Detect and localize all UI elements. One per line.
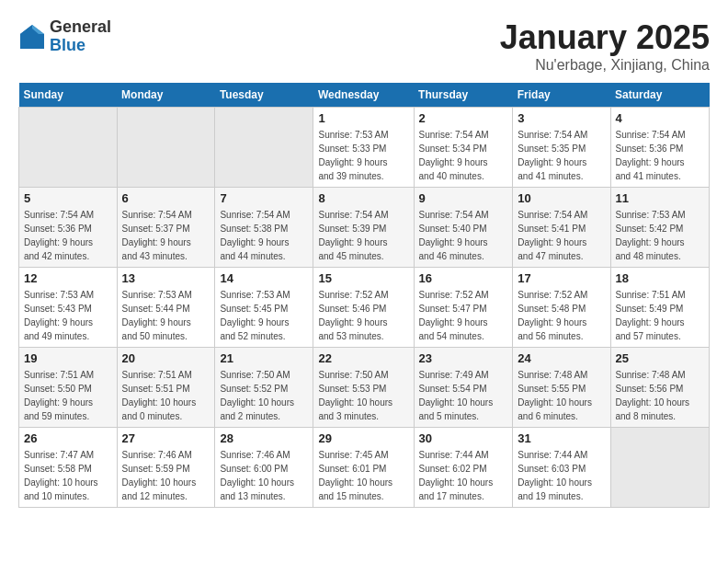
day-number: 11 [616, 191, 705, 205]
day-info: Sunrise: 7:54 AM Sunset: 5:40 PM Dayligh… [419, 208, 508, 263]
day-info: Sunrise: 7:46 AM Sunset: 5:59 PM Dayligh… [122, 448, 210, 503]
calendar-cell [19, 108, 118, 188]
day-info: Sunrise: 7:52 AM Sunset: 5:46 PM Dayligh… [318, 288, 408, 343]
day-info: Sunrise: 7:54 AM Sunset: 5:36 PM Dayligh… [24, 208, 112, 263]
day-number: 26 [24, 431, 112, 445]
day-number: 12 [24, 271, 112, 285]
day-info: Sunrise: 7:51 AM Sunset: 5:51 PM Dayligh… [122, 368, 210, 423]
day-number: 6 [122, 191, 210, 205]
day-info: Sunrise: 7:52 AM Sunset: 5:48 PM Dayligh… [518, 288, 605, 343]
day-info: Sunrise: 7:44 AM Sunset: 6:02 PM Dayligh… [419, 448, 508, 503]
calendar-cell [117, 108, 215, 188]
calendar-week-2: 5Sunrise: 7:54 AM Sunset: 5:36 PM Daylig… [19, 188, 710, 268]
calendar-cell: 5Sunrise: 7:54 AM Sunset: 5:36 PM Daylig… [19, 188, 118, 268]
day-info: Sunrise: 7:46 AM Sunset: 6:00 PM Dayligh… [220, 448, 308, 503]
calendar-cell: 7Sunrise: 7:54 AM Sunset: 5:38 PM Daylig… [215, 188, 313, 268]
calendar-cell: 22Sunrise: 7:50 AM Sunset: 5:53 PM Dayli… [313, 348, 414, 428]
day-number: 8 [318, 191, 408, 205]
day-number: 1 [318, 111, 408, 125]
calendar-cell: 27Sunrise: 7:46 AM Sunset: 5:59 PM Dayli… [117, 428, 215, 508]
day-number: 24 [518, 351, 605, 365]
header-thursday: Thursday [414, 83, 513, 108]
day-number: 27 [122, 431, 210, 445]
day-number: 5 [24, 191, 112, 205]
title-block: January 2025 Nu'erbage, Xinjiang, China [500, 18, 710, 74]
day-info: Sunrise: 7:54 AM Sunset: 5:36 PM Dayligh… [616, 128, 705, 183]
calendar-table: Sunday Monday Tuesday Wednesday Thursday… [18, 83, 710, 508]
day-info: Sunrise: 7:50 AM Sunset: 5:53 PM Dayligh… [318, 368, 408, 423]
day-info: Sunrise: 7:51 AM Sunset: 5:50 PM Dayligh… [24, 368, 112, 423]
calendar-cell: 23Sunrise: 7:49 AM Sunset: 5:54 PM Dayli… [414, 348, 513, 428]
calendar-cell: 2Sunrise: 7:54 AM Sunset: 5:34 PM Daylig… [414, 108, 513, 188]
calendar-week-5: 26Sunrise: 7:47 AM Sunset: 5:58 PM Dayli… [19, 428, 710, 508]
logo-icon [18, 23, 46, 51]
logo-text: General Blue [50, 18, 111, 55]
calendar-cell: 11Sunrise: 7:53 AM Sunset: 5:42 PM Dayli… [610, 188, 710, 268]
day-number: 10 [518, 191, 605, 205]
calendar-body: 1Sunrise: 7:53 AM Sunset: 5:33 PM Daylig… [19, 108, 710, 508]
calendar-cell: 30Sunrise: 7:44 AM Sunset: 6:02 PM Dayli… [414, 428, 513, 508]
header-saturday: Saturday [610, 83, 710, 108]
calendar-cell: 12Sunrise: 7:53 AM Sunset: 5:43 PM Dayli… [19, 268, 118, 348]
calendar-cell: 9Sunrise: 7:54 AM Sunset: 5:40 PM Daylig… [414, 188, 513, 268]
month-title: January 2025 [500, 18, 710, 57]
header-tuesday: Tuesday [215, 83, 313, 108]
calendar-cell: 24Sunrise: 7:48 AM Sunset: 5:55 PM Dayli… [513, 348, 610, 428]
day-info: Sunrise: 7:50 AM Sunset: 5:52 PM Dayligh… [220, 368, 308, 423]
calendar-cell: 13Sunrise: 7:53 AM Sunset: 5:44 PM Dayli… [117, 268, 215, 348]
header-sunday: Sunday [19, 83, 118, 108]
day-info: Sunrise: 7:54 AM Sunset: 5:37 PM Dayligh… [122, 208, 210, 263]
calendar-cell: 25Sunrise: 7:48 AM Sunset: 5:56 PM Dayli… [610, 348, 710, 428]
day-number: 31 [518, 431, 605, 445]
day-info: Sunrise: 7:48 AM Sunset: 5:55 PM Dayligh… [518, 368, 605, 423]
calendar-cell [610, 428, 710, 508]
day-number: 17 [518, 271, 605, 285]
calendar-cell: 20Sunrise: 7:51 AM Sunset: 5:51 PM Dayli… [117, 348, 215, 428]
header-monday: Monday [117, 83, 215, 108]
day-info: Sunrise: 7:45 AM Sunset: 6:01 PM Dayligh… [318, 448, 408, 503]
day-number: 19 [24, 351, 112, 365]
day-info: Sunrise: 7:48 AM Sunset: 5:56 PM Dayligh… [616, 368, 705, 423]
day-number: 18 [616, 271, 705, 285]
day-info: Sunrise: 7:51 AM Sunset: 5:49 PM Dayligh… [616, 288, 705, 343]
day-number: 21 [220, 351, 308, 365]
day-info: Sunrise: 7:53 AM Sunset: 5:33 PM Dayligh… [318, 128, 408, 183]
day-number: 29 [318, 431, 408, 445]
day-number: 22 [318, 351, 408, 365]
calendar-cell: 28Sunrise: 7:46 AM Sunset: 6:00 PM Dayli… [215, 428, 313, 508]
calendar-week-4: 19Sunrise: 7:51 AM Sunset: 5:50 PM Dayli… [19, 348, 710, 428]
calendar-cell: 8Sunrise: 7:54 AM Sunset: 5:39 PM Daylig… [313, 188, 414, 268]
calendar-cell: 4Sunrise: 7:54 AM Sunset: 5:36 PM Daylig… [610, 108, 710, 188]
calendar-cell: 18Sunrise: 7:51 AM Sunset: 5:49 PM Dayli… [610, 268, 710, 348]
day-number: 3 [518, 111, 605, 125]
day-info: Sunrise: 7:52 AM Sunset: 5:47 PM Dayligh… [419, 288, 508, 343]
calendar-cell: 29Sunrise: 7:45 AM Sunset: 6:01 PM Dayli… [313, 428, 414, 508]
location-subtitle: Nu'erbage, Xinjiang, China [500, 57, 710, 74]
day-info: Sunrise: 7:53 AM Sunset: 5:42 PM Dayligh… [616, 208, 705, 263]
day-number: 7 [220, 191, 308, 205]
day-info: Sunrise: 7:47 AM Sunset: 5:58 PM Dayligh… [24, 448, 112, 503]
calendar-cell: 10Sunrise: 7:54 AM Sunset: 5:41 PM Dayli… [513, 188, 610, 268]
day-info: Sunrise: 7:54 AM Sunset: 5:34 PM Dayligh… [419, 128, 508, 183]
day-info: Sunrise: 7:53 AM Sunset: 5:43 PM Dayligh… [24, 288, 112, 343]
calendar-cell: 17Sunrise: 7:52 AM Sunset: 5:48 PM Dayli… [513, 268, 610, 348]
day-info: Sunrise: 7:53 AM Sunset: 5:44 PM Dayligh… [122, 288, 210, 343]
day-info: Sunrise: 7:54 AM Sunset: 5:35 PM Dayligh… [518, 128, 605, 183]
calendar-cell: 19Sunrise: 7:51 AM Sunset: 5:50 PM Dayli… [19, 348, 118, 428]
calendar-cell: 1Sunrise: 7:53 AM Sunset: 5:33 PM Daylig… [313, 108, 414, 188]
calendar-cell: 21Sunrise: 7:50 AM Sunset: 5:52 PM Dayli… [215, 348, 313, 428]
day-info: Sunrise: 7:49 AM Sunset: 5:54 PM Dayligh… [419, 368, 508, 423]
calendar-cell: 14Sunrise: 7:53 AM Sunset: 5:45 PM Dayli… [215, 268, 313, 348]
page-header: General Blue January 2025 Nu'erbage, Xin… [18, 18, 710, 74]
logo: General Blue [18, 18, 111, 55]
calendar-week-3: 12Sunrise: 7:53 AM Sunset: 5:43 PM Dayli… [19, 268, 710, 348]
day-number: 23 [419, 351, 508, 365]
day-info: Sunrise: 7:54 AM Sunset: 5:38 PM Dayligh… [220, 208, 308, 263]
day-info: Sunrise: 7:54 AM Sunset: 5:41 PM Dayligh… [518, 208, 605, 263]
day-number: 14 [220, 271, 308, 285]
calendar-cell: 31Sunrise: 7:44 AM Sunset: 6:03 PM Dayli… [513, 428, 610, 508]
logo-blue-text: Blue [50, 37, 111, 55]
calendar-week-1: 1Sunrise: 7:53 AM Sunset: 5:33 PM Daylig… [19, 108, 710, 188]
calendar-header: Sunday Monday Tuesday Wednesday Thursday… [19, 83, 710, 108]
day-number: 30 [419, 431, 508, 445]
